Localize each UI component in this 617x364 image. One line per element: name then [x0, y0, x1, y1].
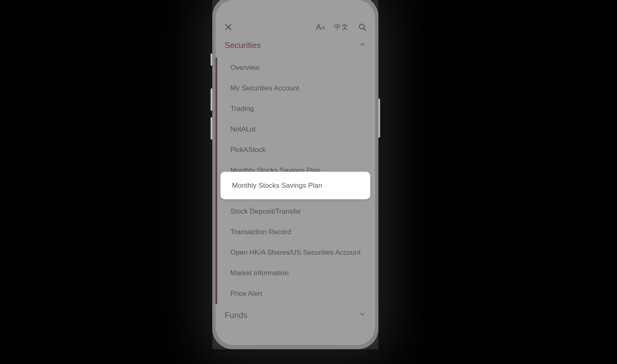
- stage: AA 中文 Securities: [0, 0, 617, 364]
- side-button-mute: [211, 53, 212, 66]
- side-button-vol-down: [211, 117, 212, 140]
- section-funds-title: Funds: [225, 311, 248, 320]
- menu-item-open-hk-a-us-account[interactable]: Open HK/A Shares/US Securities Account: [217, 242, 375, 263]
- menu-item-my-securities-account[interactable]: My Securities Account: [217, 78, 375, 99]
- menu-item-transaction-record[interactable]: Transaction Record: [217, 222, 375, 242]
- chevron-up-icon: [359, 41, 366, 50]
- menu-item-trading[interactable]: Trading: [217, 99, 375, 119]
- menu-item-overview[interactable]: Overview: [217, 58, 375, 78]
- menu-item-market-information[interactable]: Market Information: [217, 263, 375, 283]
- section-funds-header[interactable]: Funds: [216, 304, 375, 320]
- font-size-icon[interactable]: AA: [316, 23, 325, 32]
- chevron-down-icon: [359, 311, 366, 320]
- menu-item-notalot[interactable]: NotALot: [217, 119, 375, 140]
- section-securities-title: Securities: [225, 41, 261, 50]
- search-icon[interactable]: [358, 23, 367, 32]
- status-bar-spacer: [216, 0, 375, 20]
- menu-item-pickastock[interactable]: PickAStock: [217, 140, 375, 160]
- language-toggle[interactable]: 中文: [334, 22, 349, 32]
- top-bar: AA 中文: [216, 20, 375, 37]
- highlighted-menu-item[interactable]: Monthly Stocks Savings Plan: [220, 172, 370, 199]
- svg-line-3: [364, 28, 366, 30]
- close-icon[interactable]: [224, 23, 233, 32]
- menu-item-stock-deposit-transfer[interactable]: Stock Deposit/Transfer: [217, 201, 375, 222]
- side-button-power: [378, 99, 380, 138]
- menu-item-price-alert[interactable]: Price Alert: [217, 283, 375, 304]
- phone-frame: AA 中文 Securities: [212, 0, 378, 349]
- section-securities-header[interactable]: Securities: [216, 37, 375, 58]
- side-button-vol-up: [211, 88, 212, 111]
- highlighted-menu-item-label: Monthly Stocks Savings Plan: [232, 182, 322, 190]
